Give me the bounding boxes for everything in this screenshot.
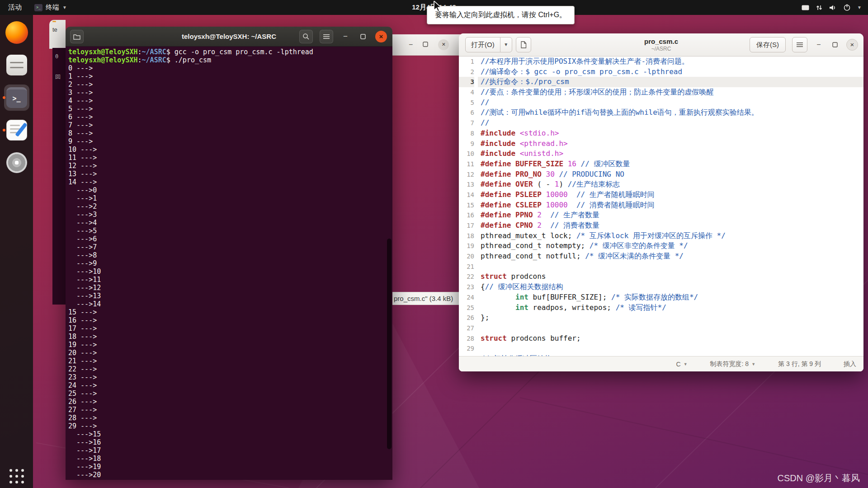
code-line bbox=[478, 262, 863, 272]
terminal-window: teloysxh@TeloySXH: ~/ASRC − × teloysxh@T… bbox=[66, 27, 392, 480]
dock-item-firefox[interactable] bbox=[2, 19, 31, 47]
editor-code[interactable]: //本程序用于演示使用POSIX条件变量解决生产者-消费者问题。//编译命令：$… bbox=[478, 56, 863, 356]
terminal-line: --->1 bbox=[68, 194, 392, 202]
tab-width-selector[interactable]: 制表符宽度: 8 ▼ bbox=[710, 360, 756, 368]
dock-selected-highlight bbox=[4, 84, 29, 111]
maximize-icon[interactable] bbox=[358, 31, 368, 42]
dock: >_ bbox=[0, 15, 33, 488]
terminal-line: --->8 bbox=[68, 251, 392, 259]
line-number: 24 bbox=[459, 292, 474, 303]
strip-glyph: 回 bbox=[55, 73, 66, 81]
menu-button[interactable] bbox=[320, 30, 333, 43]
line-number: 8 bbox=[459, 128, 474, 139]
terminal-line: 12 ---> bbox=[68, 162, 392, 170]
new-tab-button[interactable] bbox=[70, 30, 84, 43]
insert-mode[interactable]: 插入 bbox=[844, 360, 856, 368]
code-line: //测试：可用while循环中的if语句替换上面的while语句，重新执行观察实… bbox=[478, 108, 863, 118]
terminal-line: --->19 bbox=[68, 463, 392, 471]
background-window-fragment: te bbox=[49, 20, 66, 49]
terminal-line: --->14 bbox=[68, 300, 392, 308]
line-number: 14 bbox=[459, 190, 474, 200]
code-line: }; bbox=[478, 313, 863, 323]
line-number: 20 bbox=[459, 251, 474, 262]
line-number: 10 bbox=[459, 149, 474, 159]
terminal-line: 10 ---> bbox=[68, 145, 392, 154]
terminal-titlebar[interactable]: teloysxh@TeloySXH: ~/ASRC − × bbox=[66, 27, 392, 47]
cursor-position[interactable]: 第 3 行, 第 9 列 bbox=[778, 360, 821, 368]
strip-glyph: 0 bbox=[55, 53, 66, 60]
open-button[interactable]: 打开(O) ▼ bbox=[465, 37, 512, 52]
new-document-icon bbox=[520, 41, 527, 48]
sidebar-fragment-label: te bbox=[52, 26, 66, 33]
code-line: #include <pthread.h> bbox=[478, 139, 863, 149]
save-button[interactable]: 保存(S) bbox=[750, 37, 786, 52]
terminal-line: 4 ---> bbox=[68, 97, 392, 105]
code-line bbox=[478, 323, 863, 333]
files-icon bbox=[6, 55, 27, 75]
dock-item-text-editor[interactable] bbox=[2, 116, 31, 144]
open-dropdown[interactable]: ▼ bbox=[500, 38, 512, 52]
line-number: 3 bbox=[459, 77, 474, 87]
insert-mode-label: 插入 bbox=[844, 360, 856, 368]
terminal-line: --->12 bbox=[68, 284, 392, 292]
minimize-icon[interactable]: − bbox=[814, 41, 824, 49]
code-line: //执行命令：$./pro_csm bbox=[478, 77, 863, 87]
dock-item-terminal[interactable]: >_ bbox=[2, 84, 31, 112]
terminal-line: --->5 bbox=[68, 227, 392, 235]
terminal-line: --->17 bbox=[68, 446, 392, 455]
line-number: 1 bbox=[459, 56, 474, 67]
tab-width-label: 制表符宽度: 8 bbox=[710, 360, 749, 368]
terminal-scrollbar[interactable] bbox=[387, 239, 392, 449]
open-button-label: 打开(O) bbox=[466, 41, 500, 49]
system-tray[interactable]: ▼ bbox=[801, 0, 864, 15]
new-document-button[interactable] bbox=[516, 37, 531, 52]
terminal-line: 17 ---> bbox=[68, 324, 392, 333]
terminal-line: --->0 bbox=[68, 186, 392, 194]
cursor-position-label: 第 3 行, 第 9 列 bbox=[778, 360, 821, 368]
running-indicator bbox=[3, 96, 5, 99]
menu-button[interactable] bbox=[792, 37, 807, 52]
editor-area[interactable]: 1234567891011121314151617181920212223242… bbox=[459, 56, 863, 356]
terminal-line: --->7 bbox=[68, 243, 392, 251]
close-icon[interactable]: × bbox=[375, 31, 387, 42]
language-selector[interactable]: C ▼ bbox=[676, 361, 688, 368]
terminal-line: --->6 bbox=[68, 235, 392, 243]
editor-headerbar[interactable]: 打开(O) ▼ pro_csm.c ~/ASRC 保存(S) − × bbox=[459, 33, 863, 56]
line-number: 4 bbox=[459, 87, 474, 98]
dock-item-dvd[interactable] bbox=[2, 149, 31, 177]
app-menu[interactable]: >_ 终端 ▼ bbox=[34, 3, 67, 12]
close-icon[interactable]: × bbox=[846, 39, 858, 51]
search-button[interactable] bbox=[299, 30, 313, 43]
terminal-line: --->15 bbox=[68, 430, 392, 438]
terminal-line: 14 ---> bbox=[68, 178, 392, 186]
terminal-body[interactable]: teloysxh@TeloySXH:~/ASRC$ gcc -o pro_csm… bbox=[66, 47, 392, 480]
terminal-line: 8 ---> bbox=[68, 129, 392, 137]
terminal-line: --->20 bbox=[68, 471, 392, 479]
app-grid-button[interactable] bbox=[9, 469, 24, 483]
code-line: #define PSLEEP 10000 // 生产者随机睡眠时间 bbox=[478, 190, 863, 200]
maximize-icon[interactable] bbox=[423, 41, 428, 49]
close-icon[interactable]: × bbox=[438, 39, 449, 50]
terminal-line: 0 ---> bbox=[68, 64, 392, 72]
line-number: 29 bbox=[459, 343, 474, 354]
firefox-icon bbox=[5, 21, 28, 44]
line-number: 12 bbox=[459, 169, 474, 180]
maximize-icon[interactable] bbox=[830, 42, 840, 47]
terminal-line: 3 ---> bbox=[68, 89, 392, 97]
terminal-line: --->13 bbox=[68, 292, 392, 300]
line-number: 11 bbox=[459, 159, 474, 169]
minimize-icon[interactable]: − bbox=[409, 41, 413, 49]
terminal-line: teloysxh@TeloySXH:~/ASRC$ ./pro_csm bbox=[68, 56, 392, 64]
minimize-icon[interactable]: − bbox=[340, 31, 351, 42]
dock-item-files[interactable] bbox=[2, 51, 31, 79]
activities-button[interactable]: 活动 bbox=[5, 3, 24, 12]
terminal-line: 5 ---> bbox=[68, 105, 392, 113]
code-line: #define CSLEEP 10000 // 消费者随机睡眠时间 bbox=[478, 200, 863, 211]
line-number: 18 bbox=[459, 231, 474, 241]
terminal-line: 26 ---> bbox=[68, 398, 392, 406]
terminal-line: 28 ---> bbox=[68, 414, 392, 422]
folder-icon bbox=[73, 33, 80, 40]
code-line: #include <unistd.h> bbox=[478, 149, 863, 159]
terminal-line: --->3 bbox=[68, 211, 392, 219]
terminal-line: 29 ---> bbox=[68, 422, 392, 430]
